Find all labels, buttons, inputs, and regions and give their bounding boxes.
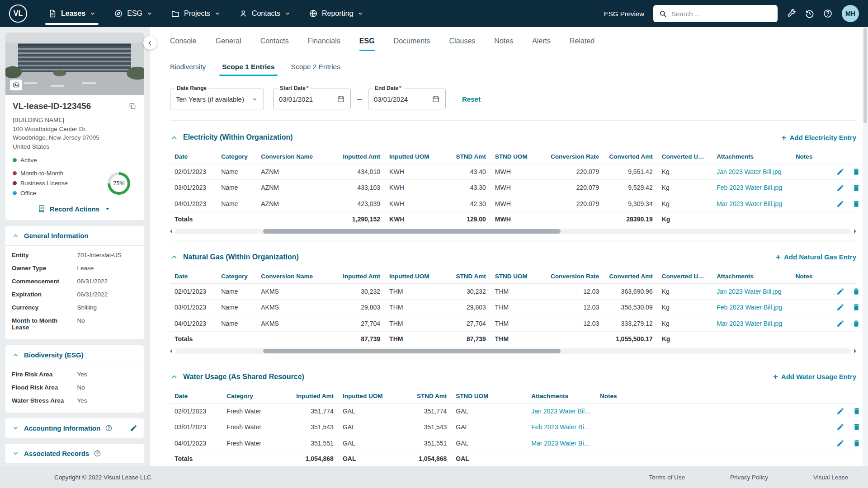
- history-icon[interactable]: [805, 9, 815, 19]
- tab-contacts[interactable]: Contacts: [260, 27, 289, 55]
- edit-icon[interactable]: [836, 303, 844, 311]
- horizontal-scrollbar[interactable]: [170, 347, 856, 355]
- table-cell: KWH: [385, 164, 441, 180]
- nav-item-contacts[interactable]: Contacts: [230, 0, 300, 27]
- subtab-scope-2-entries[interactable]: Scope 2 Entries: [291, 55, 340, 79]
- chevron-up-icon[interactable]: [170, 133, 179, 142]
- table-cell: Name: [217, 164, 256, 180]
- help-icon[interactable]: [94, 450, 101, 457]
- attachment-link[interactable]: Mar 2023 Water Bill.jpg: [717, 200, 782, 207]
- start-date-input[interactable]: [279, 95, 326, 103]
- totals-cell: [595, 451, 826, 466]
- tab-general[interactable]: General: [216, 27, 241, 55]
- address-line: 100 Woodbridge Center Dr.: [13, 125, 137, 134]
- photo-gallery-icon[interactable]: [10, 80, 22, 90]
- scroll-right-arrow[interactable]: [854, 229, 856, 234]
- search-input[interactable]: [671, 10, 772, 18]
- attachment-link[interactable]: Mar 2023 Water Bill.jpg: [717, 320, 782, 327]
- attachment-link[interactable]: Jan 2023 Water Bill.jpg: [717, 288, 781, 295]
- footer-link-terms-of-use[interactable]: Terms of Use: [649, 474, 685, 481]
- help-icon[interactable]: [105, 424, 113, 432]
- add-entry-button-electricity-within-organization[interactable]: + Add Electricity Entry: [781, 133, 856, 142]
- chevron-up-icon[interactable]: [12, 232, 19, 239]
- attachment-link[interactable]: Feb 2023 Water Bill.jpg: [531, 423, 595, 431]
- tab-financials[interactable]: Financials: [308, 27, 340, 55]
- address-line: United States: [13, 142, 137, 151]
- calendar-icon[interactable]: [337, 95, 345, 103]
- chevron-down-icon[interactable]: [12, 424, 19, 432]
- edit-icon[interactable]: [836, 184, 844, 192]
- tab-clauses[interactable]: Clauses: [449, 27, 476, 55]
- delete-icon[interactable]: [852, 287, 860, 296]
- scrollbar-thumb[interactable]: [263, 229, 560, 234]
- scrollbar-thumb[interactable]: [263, 349, 560, 353]
- tab-console[interactable]: Console: [170, 27, 197, 55]
- scroll-left-arrow[interactable]: [170, 229, 172, 234]
- edit-icon[interactable]: [836, 287, 844, 296]
- edit-icon[interactable]: [836, 200, 844, 208]
- chevron-up-icon[interactable]: [170, 372, 179, 381]
- delete-icon[interactable]: [852, 168, 860, 176]
- tab-alerts[interactable]: Alerts: [532, 27, 551, 55]
- scroll-left-arrow[interactable]: [170, 349, 172, 353]
- record-actions-button[interactable]: Record Actions: [13, 205, 137, 213]
- help-icon[interactable]: [823, 9, 833, 19]
- tab-notes[interactable]: Notes: [494, 27, 513, 55]
- column-header: Inputted UOM: [385, 150, 441, 164]
- scroll-right-arrow[interactable]: [854, 349, 856, 353]
- date-range-select[interactable]: Ten Years (if available): [170, 89, 264, 109]
- delete-icon[interactable]: [852, 184, 860, 192]
- end-date-input[interactable]: [374, 95, 421, 103]
- scrollbar-thumb[interactable]: [863, 28, 867, 123]
- edit-icon[interactable]: [836, 168, 844, 176]
- nav-item-leases[interactable]: Leases: [39, 0, 105, 27]
- add-entry-button-water-usage-as-shared-resource[interactable]: + Add Water Usage Entry: [773, 372, 856, 381]
- edit-icon[interactable]: [836, 423, 844, 431]
- page-vertical-scrollbar[interactable]: [863, 27, 868, 466]
- nav-item-esg[interactable]: ESG: [105, 0, 162, 27]
- delete-icon[interactable]: [853, 439, 861, 447]
- horizontal-scrollbar[interactable]: [170, 227, 856, 235]
- attachment-link[interactable]: Feb 2023 Water Bill.jpg: [717, 184, 782, 191]
- copy-icon[interactable]: [128, 102, 137, 110]
- attachment-link[interactable]: Mar 2023 Water Bill.jpg: [531, 440, 595, 447]
- column-header: Inputted Amt: [329, 150, 385, 164]
- subtab-biodiversity[interactable]: Biodiversity: [170, 55, 206, 79]
- chevron-up-icon[interactable]: [12, 351, 19, 359]
- attachment-link[interactable]: Jan 2023 Water Bill.jpg: [717, 168, 781, 175]
- attachment-link[interactable]: Feb 2023 Water Bill.jpg: [717, 304, 782, 311]
- delete-icon[interactable]: [853, 423, 861, 431]
- sidebar-collapse-button[interactable]: [143, 36, 157, 50]
- delete-icon[interactable]: [852, 319, 860, 328]
- footer-link-privacy-policy[interactable]: Privacy Policy: [730, 474, 768, 481]
- calendar-icon[interactable]: [432, 95, 440, 103]
- tab-related[interactable]: Related: [570, 27, 594, 55]
- wrench-icon[interactable]: [787, 9, 797, 19]
- footer-link-visual-lease[interactable]: Visual Lease: [813, 474, 848, 481]
- nav-item-projects[interactable]: Projects: [162, 0, 230, 27]
- scrollbar-track[interactable]: [175, 229, 851, 234]
- reset-button[interactable]: Reset: [462, 95, 481, 103]
- scrollbar-track[interactable]: [175, 348, 851, 354]
- table-row: 03/01/2023NameAKMS29,803THM29,803THM12.0…: [170, 300, 856, 315]
- delete-icon[interactable]: [852, 200, 860, 208]
- global-search[interactable]: [653, 5, 778, 22]
- table-cell: Kg: [657, 180, 712, 196]
- tab-esg[interactable]: ESG: [359, 27, 375, 55]
- delete-icon[interactable]: [852, 303, 860, 311]
- edit-icon[interactable]: [836, 407, 844, 415]
- tab-documents[interactable]: Documents: [394, 27, 430, 55]
- attachment-link[interactable]: Jan 2023 Water Bill.jpg: [531, 408, 595, 415]
- edit-icon[interactable]: [130, 424, 137, 432]
- edit-icon[interactable]: [836, 319, 844, 328]
- app-logo[interactable]: VL: [9, 5, 27, 23]
- chevron-up-icon[interactable]: [170, 253, 179, 261]
- user-avatar[interactable]: MH: [842, 5, 859, 22]
- chevron-down-icon[interactable]: [12, 450, 19, 457]
- add-entry-button-natural-gas-within-organization[interactable]: + Add Natural Gas Entry: [776, 253, 856, 261]
- nav-item-reporting[interactable]: Reporting: [300, 0, 373, 27]
- edit-icon[interactable]: [836, 439, 844, 447]
- status-label: Active: [20, 157, 37, 164]
- subtab-scope-1-entries[interactable]: Scope 1 Entries: [222, 55, 274, 79]
- delete-icon[interactable]: [853, 407, 861, 415]
